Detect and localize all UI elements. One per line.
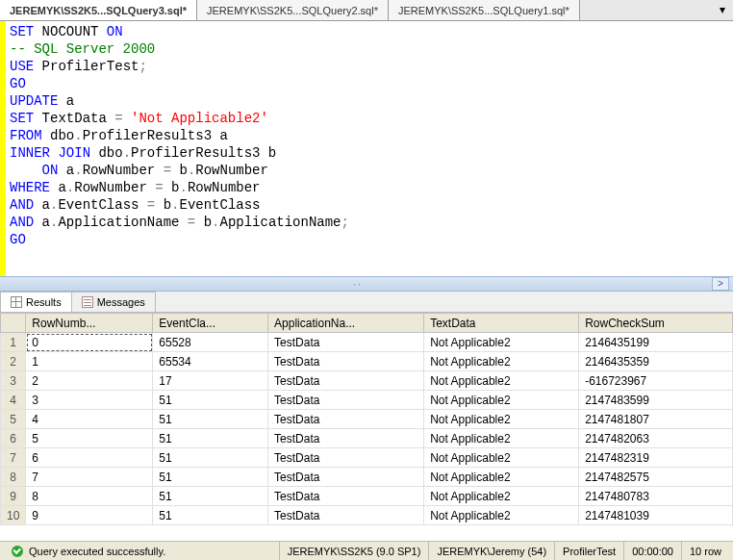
tab-overflow-icon[interactable]: ▾: [712, 0, 733, 20]
grid-cell[interactable]: TestData: [268, 333, 424, 352]
row-number-cell[interactable]: 5: [1, 410, 26, 429]
scroll-right-button[interactable]: >: [712, 277, 729, 291]
grid-cell[interactable]: 8: [26, 487, 153, 506]
grid-cell[interactable]: Not Applicable2: [424, 468, 579, 487]
grid-cell[interactable]: Not Applicable2: [424, 429, 579, 448]
row-number-cell[interactable]: 3: [1, 371, 26, 391]
grid-cell[interactable]: 2147482319: [579, 448, 733, 468]
tab-results[interactable]: Results: [0, 292, 72, 312]
row-number-cell[interactable]: 8: [1, 468, 26, 487]
grid-cell[interactable]: 6: [26, 448, 153, 468]
table-row[interactable]: 6551TestDataNot Applicable22147482063: [1, 429, 733, 448]
grid-cell[interactable]: 2146435359: [579, 352, 733, 371]
row-number-cell[interactable]: 2: [1, 352, 26, 371]
table-row[interactable]: 8751TestDataNot Applicable22147482575: [1, 468, 733, 487]
query-tab-2[interactable]: JEREMYK\SS2K5...SQLQuery2.sql*: [197, 0, 389, 20]
table-row[interactable]: 2165534TestDataNot Applicable22146435359: [1, 352, 733, 371]
grid-cell[interactable]: 2146435199: [579, 333, 733, 352]
grid-cell[interactable]: 2: [26, 371, 153, 391]
row-number-cell[interactable]: 9: [1, 487, 26, 506]
grid-cell[interactable]: 3: [26, 391, 153, 410]
status-database: ProfilerTest: [554, 542, 623, 560]
grid-cell[interactable]: 1: [26, 352, 153, 371]
success-icon: [12, 546, 23, 557]
grid-cell[interactable]: 7: [26, 468, 153, 487]
grid-cell[interactable]: 17: [153, 371, 268, 391]
pane-splitter[interactable]: ·· >: [0, 276, 733, 292]
grid-cell[interactable]: TestData: [268, 410, 424, 429]
row-number-cell[interactable]: 6: [1, 429, 26, 448]
query-tab-bar: JEREMYK\SS2K5...SQLQuery3.sql* JEREMYK\S…: [0, 0, 733, 21]
grid-cell[interactable]: 51: [153, 448, 268, 468]
grid-header-row: RowNumb... EventCla... ApplicationNa... …: [1, 314, 733, 333]
messages-icon: [82, 296, 93, 308]
query-tab-3[interactable]: JEREMYK\SS2K5...SQLQuery3.sql*: [0, 0, 197, 20]
grid-cell[interactable]: Not Applicable2: [424, 448, 579, 468]
grid-cell[interactable]: TestData: [268, 506, 424, 525]
grid-cell[interactable]: Not Applicable2: [424, 410, 579, 429]
col-applicationname[interactable]: ApplicationNa...: [268, 314, 424, 333]
col-rownumber[interactable]: RowNumb...: [26, 314, 153, 333]
grid-cell[interactable]: Not Applicable2: [424, 352, 579, 371]
grid-cell[interactable]: TestData: [268, 448, 424, 468]
grid-cell[interactable]: Not Applicable2: [424, 371, 579, 391]
grid-cell[interactable]: 2147482575: [579, 468, 733, 487]
status-rows: 10 row: [681, 542, 729, 560]
table-row[interactable]: 3217TestDataNot Applicable2-616723967: [1, 371, 733, 391]
grid-cell[interactable]: 51: [153, 391, 268, 410]
table-row[interactable]: 7651TestDataNot Applicable22147482319: [1, 448, 733, 468]
table-row[interactable]: 10951TestDataNot Applicable22147481039: [1, 506, 733, 525]
tab-messages[interactable]: Messages: [71, 292, 156, 312]
col-rowchecksum[interactable]: RowCheckSum: [579, 314, 733, 333]
grid-cell[interactable]: 51: [153, 429, 268, 448]
grid-cell[interactable]: 65528: [153, 333, 268, 352]
grid-cell[interactable]: 51: [153, 506, 268, 525]
grid-cell[interactable]: Not Applicable2: [424, 506, 579, 525]
grid-cell[interactable]: -616723967: [579, 371, 733, 391]
grid-cell[interactable]: 2147481039: [579, 506, 733, 525]
table-row[interactable]: 9851TestDataNot Applicable22147480783: [1, 487, 733, 506]
grid-cell[interactable]: TestData: [268, 429, 424, 448]
grid-cell[interactable]: TestData: [268, 487, 424, 506]
grid-cell[interactable]: Not Applicable2: [424, 333, 579, 352]
grid-cell[interactable]: 51: [153, 410, 268, 429]
status-time: 00:00:00: [623, 542, 681, 560]
status-message: Query executed successfully.: [4, 542, 279, 560]
col-eventclass[interactable]: EventCla...: [153, 314, 268, 333]
query-tab-1[interactable]: JEREMYK\SS2K5...SQLQuery1.sql*: [389, 0, 580, 20]
grid-cell[interactable]: 2147482063: [579, 429, 733, 448]
grid-cell[interactable]: 9: [26, 506, 153, 525]
table-row[interactable]: 1065528TestDataNot Applicable22146435199: [1, 333, 733, 352]
sql-editor[interactable]: SET NOCOUNT ON -- SQL Server 2000 USE Pr…: [6, 21, 733, 276]
row-number-cell[interactable]: 10: [1, 506, 26, 525]
sql-editor-pane: SET NOCOUNT ON -- SQL Server 2000 USE Pr…: [0, 21, 733, 276]
grid-corner: [1, 314, 26, 333]
row-number-cell[interactable]: 7: [1, 448, 26, 468]
status-user: JEREMYK\Jeremy (54): [428, 542, 554, 560]
status-server: JEREMYK\SS2K5 (9.0 SP1): [279, 542, 429, 560]
grid-cell[interactable]: 0: [26, 333, 153, 352]
row-number-cell[interactable]: 1: [1, 333, 26, 352]
table-row[interactable]: 5451TestDataNot Applicable22147481807: [1, 410, 733, 429]
grid-cell[interactable]: TestData: [268, 352, 424, 371]
grid-cell[interactable]: TestData: [268, 371, 424, 391]
grid-cell[interactable]: 2147481807: [579, 410, 733, 429]
grid-cell[interactable]: 4: [26, 410, 153, 429]
tab-messages-label: Messages: [97, 296, 145, 308]
results-grid[interactable]: RowNumb... EventCla... ApplicationNa... …: [0, 313, 733, 525]
tab-results-label: Results: [26, 296, 62, 308]
results-grid-container: RowNumb... EventCla... ApplicationNa... …: [0, 313, 733, 541]
grid-cell[interactable]: Not Applicable2: [424, 391, 579, 410]
grid-cell[interactable]: TestData: [268, 391, 424, 410]
grid-cell[interactable]: 51: [153, 487, 268, 506]
grid-cell[interactable]: 51: [153, 468, 268, 487]
grid-cell[interactable]: Not Applicable2: [424, 487, 579, 506]
grid-cell[interactable]: TestData: [268, 468, 424, 487]
grid-cell[interactable]: 2147483599: [579, 391, 733, 410]
grid-cell[interactable]: 65534: [153, 352, 268, 371]
grid-cell[interactable]: 5: [26, 429, 153, 448]
table-row[interactable]: 4351TestDataNot Applicable22147483599: [1, 391, 733, 410]
col-textdata[interactable]: TextData: [424, 314, 579, 333]
row-number-cell[interactable]: 4: [1, 391, 26, 410]
grid-cell[interactable]: 2147480783: [579, 487, 733, 506]
